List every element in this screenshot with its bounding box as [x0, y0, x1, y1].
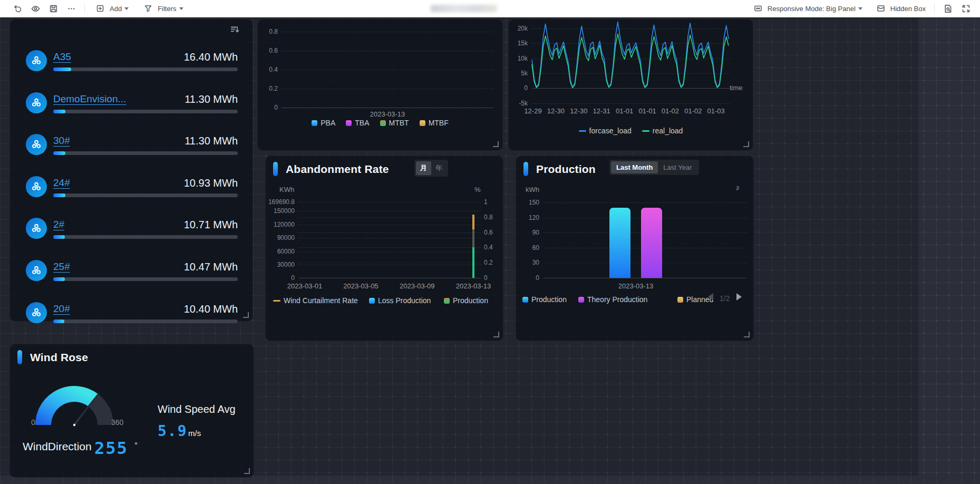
legend-item[interactable]: real_load [642, 127, 683, 135]
wind-speed-unit: m/s [188, 429, 201, 438]
ranking-row: 30#11.30 MWh [22, 134, 238, 168]
y-tick-label: 120000 [263, 221, 295, 228]
legend-label: MTBF [429, 119, 449, 127]
y-tick-label: 0.4 [257, 66, 278, 73]
resize-handle-icon[interactable] [244, 468, 250, 474]
chart-gridline [298, 233, 481, 233]
save-icon[interactable] [46, 2, 60, 15]
legend-marker-icon [346, 120, 352, 126]
ranking-row: 20#10.40 MWh [22, 302, 238, 336]
turbine-name-link[interactable]: 30# [53, 135, 70, 147]
filters-button[interactable]: Filters [139, 2, 185, 15]
hidden-box-button[interactable]: Hidden Box [872, 2, 928, 15]
chart-gridline [298, 217, 481, 218]
sort-descending-icon[interactable] [230, 25, 239, 36]
ranking-row: 25#10.47 MWh [22, 260, 238, 294]
export-file-icon[interactable] [941, 2, 955, 15]
progress-track [53, 67, 238, 71]
y-tick-label: 30 [513, 259, 539, 266]
turbine-value: 10.47 MWh [184, 261, 238, 273]
turbine-value: 10.93 MWh [184, 177, 238, 189]
legend-label: MTBT [389, 119, 409, 127]
fullscreen-icon[interactable] [959, 2, 973, 15]
turbine-name-link[interactable]: 2# [53, 219, 64, 230]
progress-fill [53, 193, 65, 197]
y-tick-label: 150 [513, 199, 539, 206]
legend-marker-icon [677, 297, 683, 303]
series-real_load [532, 34, 729, 88]
legend-marker-icon [380, 120, 386, 126]
turbine-name-link[interactable]: A35 [53, 51, 71, 63]
availability-chart-widget[interactable]: 0.80.60.40.202023-03-13PBATBAMTBTMTBF [257, 19, 503, 151]
legend-item[interactable]: Theory Production [578, 295, 647, 304]
legend-item[interactable]: PBA [312, 119, 335, 127]
y-tick-label: 0.2 [484, 259, 500, 266]
legend-item[interactable]: Production [522, 295, 567, 304]
legend-item[interactable]: Production [444, 296, 488, 305]
legend-item[interactable]: forcase_load [579, 127, 632, 135]
legend-item[interactable]: TBA [346, 119, 369, 127]
legend-marker-icon [420, 120, 425, 126]
resize-handle-icon[interactable] [744, 332, 750, 337]
abandonment-rate-widget[interactable]: Abandonment Rate 月 年 KWh%169690.81500001… [265, 156, 503, 341]
y-tick-label: 1 [484, 198, 500, 206]
wind-direction-label: WindDirection [23, 440, 92, 453]
turbine-name-link[interactable]: 20# [53, 303, 70, 315]
add-button[interactable]: Add [91, 2, 131, 15]
progress-track [53, 235, 238, 239]
legend-label: Production [531, 295, 567, 304]
turbine-name-link[interactable]: DemoEnvision... [53, 93, 126, 105]
turbine-name-link[interactable]: 24# [53, 177, 70, 189]
availability-chart: 0.80.60.40.202023-03-13PBATBAMTBTMTBF [258, 20, 502, 150]
chart-gridline [544, 278, 746, 278]
preview-eye-icon[interactable] [28, 2, 42, 15]
chart-gridline [298, 247, 481, 248]
pagination-prev-icon[interactable] [708, 293, 713, 301]
y-tick-label: 60 [513, 244, 539, 251]
chevron-down-icon [179, 7, 183, 10]
legend-item[interactable]: Loss Production [369, 296, 431, 305]
resize-handle-icon[interactable] [493, 332, 499, 337]
gauge-center-dot [73, 424, 75, 426]
chart-legend: forcase_loadreal_load [509, 127, 753, 135]
ranking-row: 2#10.71 MWh [22, 218, 238, 251]
turbine-ranking-widget[interactable]: A3516.40 MWhDemoEnvision...11.30 MWh30#1… [9, 19, 253, 322]
wind-turbine-badge-icon [26, 50, 47, 71]
legend-item[interactable]: MTBT [380, 119, 409, 127]
load-forecast-chart: 20k15k10k5k0-5k12-2912-3012-3012-3101-01… [509, 20, 753, 150]
resize-handle-icon[interactable] [493, 141, 499, 147]
y-tick-label: 169690.8 [263, 198, 295, 206]
hidden-box-icon [874, 2, 888, 15]
page-title: Wind Rose [30, 351, 88, 364]
y-tick-label: 90000 [263, 234, 295, 241]
resize-handle-icon[interactable] [243, 312, 249, 318]
responsive-mode-button[interactable]: Responsive Mode: Big Panel [749, 2, 865, 15]
dashboard-canvas: A3516.40 MWhDemoEnvision...11.30 MWh30#1… [0, 17, 980, 484]
progress-fill [53, 110, 65, 113]
production-widget[interactable]: Production Last Month Last Year kWhʂ1501… [516, 156, 754, 341]
y-tick-label: 0.6 [484, 229, 500, 236]
y-tick-label: 0.6 [257, 47, 278, 54]
resize-handle-icon[interactable] [743, 141, 749, 147]
gauge-min-label: 0 [31, 418, 35, 427]
load-forecast-chart-widget[interactable]: 20k15k10k5k0-5k12-2912-3012-3012-3101-01… [508, 19, 753, 151]
add-icon [93, 2, 107, 15]
more-icon[interactable] [64, 2, 78, 15]
x-tick-label: 2023-03-09 [400, 282, 435, 290]
pagination-next-icon[interactable] [736, 293, 742, 301]
filter-funnel-icon [141, 2, 155, 15]
abandonment-chart: KWh%169690.81500001200009000060000300000… [266, 156, 503, 341]
undo-icon[interactable] [11, 2, 24, 15]
wind-turbine-badge-icon [26, 302, 47, 323]
legend-item[interactable]: MTBF [420, 119, 449, 127]
legend-item[interactable]: Wind Curtailment Rate [273, 296, 358, 305]
chart-gridline [282, 108, 493, 108]
wind-rose-widget[interactable]: Wind Rose 0 360 WindDirection 255 ° Wind… [9, 344, 254, 478]
wind-speed-avg-value: 5.9 [158, 422, 188, 440]
y-tick-label: 0.8 [257, 28, 278, 35]
chart-gridline [282, 51, 493, 51]
turbine-name-link[interactable]: 25# [53, 261, 70, 273]
turbine-value: 11.30 MWh [185, 135, 238, 147]
legend-label: TBA [355, 119, 369, 127]
progress-track [53, 151, 238, 155]
